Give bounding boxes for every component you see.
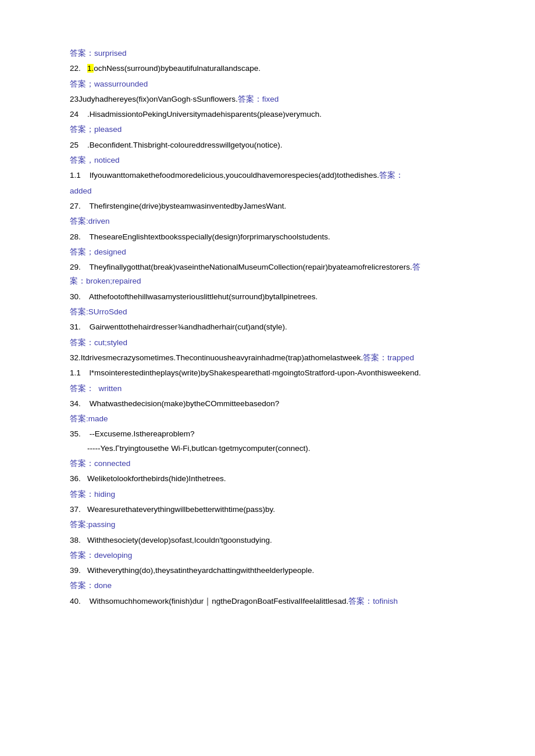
q40-text: 40. Withsomuchhomework(finish)dur｜ngtheD… (70, 597, 348, 605)
question-34: 34. Whatwasthedecision(make)bytheCOmmitt… (70, 397, 465, 411)
answer-9: added (70, 184, 465, 198)
question-25: 25 .Beconfident.Thisbright-coloureddress… (70, 138, 465, 152)
q29-text: Theyfinallygotthat(break)vaseintheNation… (90, 263, 412, 271)
q39-text: Witheverything(do),theysatintheyardchatt… (87, 566, 314, 575)
question-11b: 1.1 l*msointerestedintheplays(write)bySh… (70, 366, 465, 380)
question-31: 31. Gairwenttothehairdresser¾andhadherha… (70, 320, 465, 334)
q36-number: 36. (70, 474, 87, 483)
q28-text: TheseareEnglishtextbooksspecially(design… (90, 232, 330, 241)
answer-text-23: 答案:made (70, 414, 108, 423)
q27-number: 27. (70, 202, 90, 210)
q11a-text: Ifyouwanttomakethefoodmoredelicious,youc… (90, 171, 379, 180)
q11b-number: 1.1 (70, 368, 90, 377)
answer-0: 答案：surprised (70, 46, 465, 60)
answer-7: 答案，noticed (70, 153, 465, 167)
answer-text-25: 答案：connected (70, 459, 130, 468)
answer-text-9: added (70, 187, 92, 195)
question-40: 40. Withsomuchhomework(finish)dur｜ngtheD… (70, 594, 465, 608)
question-32: 32.Itdrivesmecrazysometimes.Thecontinuou… (70, 351, 465, 365)
q27-text: Thefirstengine(drive)bysteamwasinventedb… (90, 202, 287, 210)
question-36: 36. Weliketolookforthebirds(hide)Inthetr… (70, 472, 465, 486)
q11a-answer-label: 答案： (379, 171, 404, 180)
question-37: 37. Wearesurethateverythingwillbebetterw… (70, 503, 465, 517)
q37-number: 37. (70, 505, 87, 514)
answer-13: 答案；designed (70, 245, 465, 259)
answer-text-2: 答案；wassurrounded (70, 80, 148, 88)
q35-number: 35. (70, 429, 90, 438)
question-23: 23Judyhadhereyes(fix)onVanGogh·sSunflowe… (70, 92, 465, 106)
answer-29: 答案:passing (70, 518, 465, 532)
content-area: 答案：surprised 22. 1.ochNess(surround)bybe… (70, 46, 465, 608)
q39-number: 39. (70, 566, 87, 575)
q11b-text: l*msointerestedintheplays(write)byShakes… (90, 368, 421, 377)
q25-text: .Beconfident.Thisbright-coloureddresswil… (87, 141, 282, 149)
q11a-number: 1.1 (70, 171, 90, 180)
q24-number: 24 (70, 110, 87, 119)
q24-text: .HisadmissiontoPekingUniversitymadehispa… (87, 110, 322, 119)
q40-answer-label: 答案： (348, 597, 373, 605)
answer-text-7: 答案，noticed (70, 156, 120, 164)
answer-23: 答案:made (70, 412, 465, 426)
answer-text-13: 答案；designed (70, 248, 126, 256)
question-29: 29. Theyfinallygotthat(break)vaseintheNa… (70, 260, 465, 289)
q35-line1: --Excuseme.Isthereaproblem? (90, 429, 195, 438)
q30-text: Atthefootofthehillwasamysteriouslittlehu… (89, 292, 318, 301)
answer-text-18: 答案：cut;styled (70, 338, 127, 347)
question-38: 38. Withthesociety(develop)sofast,Icould… (70, 533, 465, 547)
answer-33: 答案：done (70, 579, 465, 593)
q22-number: 22. (70, 64, 87, 73)
answer-5: 答案；pleased (70, 123, 465, 137)
question-35: 35. --Excuseme.Isthereaproblem? -----Yes… (70, 427, 465, 456)
q31-number: 31. (70, 323, 90, 331)
answer-text-11: 答案:driven (70, 217, 110, 225)
q37-text: Wearesurethateverythingwillbebetterwitht… (87, 505, 275, 514)
q38-number: 38. (70, 536, 87, 544)
answer-text-21: 答案： written (70, 384, 122, 393)
question-28: 28. TheseareEnglishtextbooksspecially(de… (70, 230, 465, 244)
q23-text: 23Judyhadhereyes(fix)onVanGogh·sSunflowe… (70, 95, 238, 103)
answer-25: 答案：connected (70, 457, 465, 471)
answer-text-0: 答案：surprised (70, 49, 127, 58)
q38-text: Withthesociety(develop)sofast,Icouldn'tg… (87, 536, 272, 544)
question-22: 22. 1.ochNess(surround)bybeautifulnatura… (70, 62, 465, 76)
answer-text-29: 答案:passing (70, 520, 115, 529)
q29-answer-continuation: 案：broken;repaired (70, 277, 141, 285)
q40-answer: tofinish (373, 597, 398, 605)
q29-answer-label: 答 (412, 263, 420, 271)
q25-number: 25 (70, 141, 87, 149)
answer-text-27: 答案：hiding (70, 490, 115, 499)
answer-27: 答案：hiding (70, 488, 465, 501)
q23-answer: fixed (262, 95, 279, 103)
q32-answer: trapped (387, 353, 414, 362)
answer-text-33: 答案：done (70, 581, 112, 590)
q31-text: Gairwenttothehairdresser¾andhadherhair(c… (90, 323, 287, 331)
answer-text-5: 答案；pleased (70, 125, 122, 134)
answer-18: 答案：cut;styled (70, 336, 465, 350)
answer-31: 答案：developing (70, 549, 465, 562)
question-39: 39. Witheverything(do),theysatintheyardc… (70, 564, 465, 578)
q29-number: 29. (70, 263, 90, 271)
question-30: 30. Atthefootofthehillwasamysteriouslitt… (70, 290, 465, 304)
q30-number: 30. (70, 292, 89, 301)
answer-text-31: 答案：developing (70, 551, 132, 560)
question-11a: 1.1 Ifyouwanttomakethefoodmoredelicious,… (70, 169, 465, 182)
answer-2: 答案；wassurrounded (70, 77, 465, 91)
answer-text-16: 答案:SUrroSded (70, 307, 127, 316)
q28-number: 28. (70, 232, 90, 241)
q22-text: ochNess(surround)bybeautifulnaturallands… (94, 64, 261, 73)
q32-answer-label: 答案： (363, 353, 387, 362)
q23-answer-label: 答案： (238, 95, 262, 103)
q22-highlight: 1. (87, 64, 94, 73)
q32-text: 32.Itdrivesmecrazysometimes.Thecontinuou… (70, 353, 363, 362)
question-27: 27. Thefirstengine(drive)bysteamwasinven… (70, 199, 465, 213)
question-24: 24 .HisadmissiontoPekingUniversitymadehi… (70, 108, 465, 121)
q36-text: Weliketolookforthebirds(hide)Inthetrees. (87, 474, 226, 483)
q35-indent (70, 444, 87, 453)
q35-line2: -----Yes.Гtryingtousethe Wi-Fi,butlcan·t… (87, 444, 310, 453)
q34-text: Whatwasthedecision(make)bytheCOmmitteeba… (90, 399, 279, 408)
q34-number: 34. (70, 399, 90, 408)
answer-16: 答案:SUrroSded (70, 305, 465, 319)
answer-21: 答案： written (70, 382, 465, 396)
answer-11: 答案:driven (70, 214, 465, 228)
